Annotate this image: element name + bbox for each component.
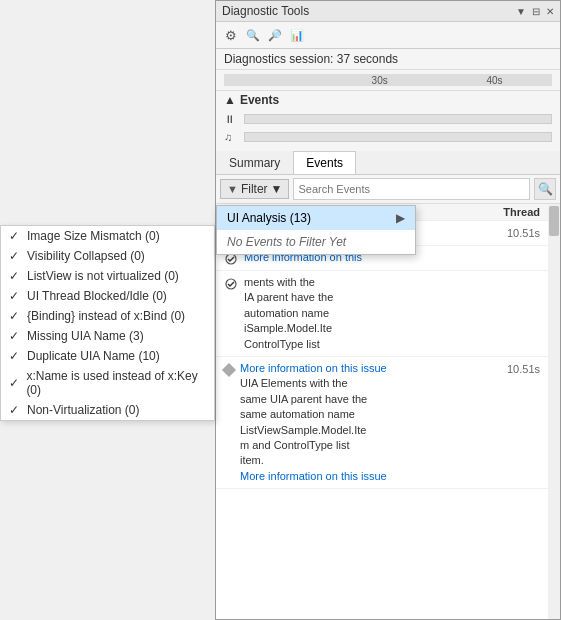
tabs-bar: Summary Events bbox=[216, 151, 560, 175]
settings-icon[interactable]: ⚙ bbox=[222, 26, 240, 44]
event-link-2[interactable]: More information on this issue bbox=[240, 470, 387, 482]
filter-item-label: Non-Virtualization (0) bbox=[27, 403, 140, 417]
toolbar: ⚙ 🔍 🔎 📊 bbox=[216, 22, 560, 49]
dropdown-item-ui-analysis[interactable]: UI Analysis (13) ▶ bbox=[217, 206, 415, 230]
track-bar-2[interactable] bbox=[244, 132, 552, 142]
track-bar-1[interactable] bbox=[244, 114, 552, 124]
events-panel: Thread ControlType list10.51sMore inform… bbox=[216, 204, 560, 619]
filter-item-label: UI Thread Blocked/Idle (0) bbox=[27, 289, 167, 303]
filter-checkmark: ✓ bbox=[9, 229, 21, 243]
session-label: Diagnostics session: 37 seconds bbox=[224, 52, 398, 66]
scrollbar-thumb[interactable] bbox=[549, 206, 559, 236]
events-header: ▲ Events bbox=[224, 93, 552, 107]
check-icon bbox=[224, 277, 238, 291]
event-track-2: ♫ bbox=[224, 129, 552, 145]
filter-checkmark: ✓ bbox=[9, 309, 21, 323]
dropdown-item-label: UI Analysis (13) bbox=[227, 211, 311, 225]
thread-column-header: Thread bbox=[503, 206, 540, 218]
events-title: Events bbox=[240, 93, 279, 107]
filter-item-label: Duplicate UIA Name (10) bbox=[27, 349, 160, 363]
svg-point-2 bbox=[226, 279, 236, 289]
filter-item-label: {Binding} instead of x:Bind (0) bbox=[27, 309, 185, 323]
submenu-chevron-icon: ▶ bbox=[396, 211, 405, 225]
filter-checkmark: ✓ bbox=[9, 329, 21, 343]
filter-checkmark: ✓ bbox=[9, 249, 21, 263]
filter-list-item[interactable]: ✓ {Binding} instead of x:Bind (0) bbox=[1, 306, 214, 326]
filter-item-label: ListView is not virtualized (0) bbox=[27, 269, 179, 283]
float-icon[interactable]: ⊟ bbox=[532, 6, 540, 17]
diagnostic-window: Diagnostic Tools ▼ ⊟ ✕ ⚙ 🔍 🔎 📊 Diagnosti… bbox=[215, 0, 561, 620]
filter-item-label: Visibility Collapsed (0) bbox=[27, 249, 145, 263]
chart-icon[interactable]: 📊 bbox=[288, 26, 306, 44]
search-button[interactable]: 🔍 bbox=[534, 178, 556, 200]
filter-dropdown: UI Analysis (13) ▶ No Events to Filter Y… bbox=[216, 205, 416, 255]
tab-summary-label: Summary bbox=[229, 156, 280, 170]
filter-icon: ▼ bbox=[227, 183, 238, 195]
search-input[interactable] bbox=[293, 178, 530, 200]
event-time: 10.51s bbox=[507, 363, 540, 375]
events-section: ▲ Events ⏸ ♫ bbox=[216, 91, 560, 147]
events-content: Thread ControlType list10.51sMore inform… bbox=[216, 204, 560, 619]
dropdown-empty-message: No Events to Filter Yet bbox=[217, 230, 415, 254]
tab-events[interactable]: Events bbox=[293, 151, 356, 174]
filter-item-label: x:Name is used instead of x:Key (0) bbox=[26, 369, 206, 397]
scrollbar[interactable] bbox=[548, 204, 560, 619]
filter-list: ✓ Image Size Mismatch (0) ✓ Visibility C… bbox=[1, 226, 214, 420]
timeline-40s: 40s bbox=[486, 75, 502, 86]
title-bar: Diagnostic Tools ▼ ⊟ ✕ bbox=[216, 1, 560, 22]
filter-label: Filter bbox=[241, 182, 268, 196]
filter-button[interactable]: ▼ Filter ▼ bbox=[220, 179, 289, 199]
event-link[interactable]: More information on this issue bbox=[240, 362, 387, 374]
filter-arrow-icon: ▼ bbox=[271, 182, 283, 196]
pin-icon[interactable]: ▼ bbox=[516, 6, 526, 17]
filter-checkmark: ✓ bbox=[9, 403, 21, 417]
filter-item-label: Missing UIA Name (3) bbox=[27, 329, 144, 343]
filter-checkmark: ✓ bbox=[9, 289, 21, 303]
zoom-in-icon[interactable]: 🔎 bbox=[266, 26, 284, 44]
events-list: ControlType list10.51sMore information o… bbox=[216, 221, 548, 489]
track-pause-icon: ⏸ bbox=[224, 113, 240, 125]
track-music-icon: ♫ bbox=[224, 131, 240, 143]
event-body: ments with theIA parent have theautomati… bbox=[244, 275, 540, 352]
svg-point-1 bbox=[226, 254, 236, 264]
event-item: ments with theIA parent have theautomati… bbox=[216, 271, 548, 357]
filter-checkmark: ✓ bbox=[9, 376, 20, 390]
filter-list-item[interactable]: ✓ Missing UIA Name (3) bbox=[1, 326, 214, 346]
tab-events-label: Events bbox=[306, 156, 343, 170]
timeline-ruler: 30s 40s bbox=[224, 72, 552, 88]
zoom-out-icon[interactable]: 🔍 bbox=[244, 26, 262, 44]
filter-list-item[interactable]: ✓ UI Thread Blocked/Idle (0) bbox=[1, 286, 214, 306]
filter-list-item[interactable]: ✓ Non-Virtualization (0) bbox=[1, 400, 214, 420]
events-toolbar: ▼ Filter ▼ 🔍 UI Analysis (13) ▶ No Event… bbox=[216, 175, 560, 204]
filter-item-label: Image Size Mismatch (0) bbox=[27, 229, 160, 243]
search-icon: 🔍 bbox=[538, 182, 553, 196]
filter-panel: ✓ Image Size Mismatch (0) ✓ Visibility C… bbox=[0, 225, 215, 421]
timeline-container: 30s 40s bbox=[216, 70, 560, 91]
timeline-track[interactable]: 30s 40s bbox=[224, 74, 552, 86]
events-tracks: ⏸ ♫ bbox=[224, 111, 552, 145]
filter-list-item[interactable]: ✓ x:Name is used instead of x:Key (0) bbox=[1, 366, 214, 400]
filter-list-item[interactable]: ✓ Duplicate UIA Name (10) bbox=[1, 346, 214, 366]
tab-summary[interactable]: Summary bbox=[216, 151, 293, 174]
diamond-icon bbox=[222, 363, 236, 377]
event-desc: More information on this issue UIA Eleme… bbox=[240, 361, 501, 484]
filter-list-item[interactable]: ✓ Visibility Collapsed (0) bbox=[1, 246, 214, 266]
session-bar: Diagnostics session: 37 seconds bbox=[216, 49, 560, 70]
event-track-1: ⏸ bbox=[224, 111, 552, 127]
filter-checkmark: ✓ bbox=[9, 269, 21, 283]
event-time: 10.51s bbox=[507, 227, 540, 239]
timeline-30s: 30s bbox=[372, 75, 388, 86]
filter-list-item[interactable]: ✓ Image Size Mismatch (0) bbox=[1, 226, 214, 246]
event-body: More information on this issue UIA Eleme… bbox=[240, 361, 501, 484]
close-icon[interactable]: ✕ bbox=[546, 6, 554, 17]
events-collapse-icon[interactable]: ▲ bbox=[224, 93, 236, 107]
title-controls: ▼ ⊟ ✕ bbox=[516, 6, 554, 17]
event-desc: ments with theIA parent have theautomati… bbox=[244, 275, 540, 352]
window-title: Diagnostic Tools bbox=[222, 4, 309, 18]
filter-checkmark: ✓ bbox=[9, 349, 21, 363]
event-item: More information on this issue UIA Eleme… bbox=[216, 357, 548, 489]
filter-list-item[interactable]: ✓ ListView is not virtualized (0) bbox=[1, 266, 214, 286]
